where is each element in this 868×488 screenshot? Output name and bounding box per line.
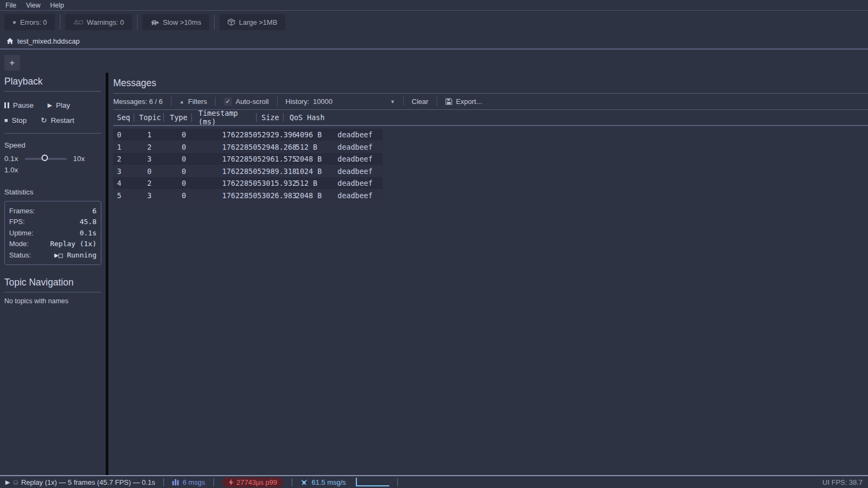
rate-sparkline <box>356 478 389 486</box>
top-toolbar: ● Errors: 0 ⚠□ Warnings: 0 Slow >10ms <box>0 11 868 33</box>
bar-chart-icon <box>172 479 179 485</box>
table-row[interactable]: 2 3 0 1762285052961.575 2048 B deadbeef <box>113 153 383 165</box>
column-header-size[interactable]: Size <box>257 113 283 122</box>
cell-hash: deadbeef <box>337 130 383 139</box>
filters-button[interactable]: ▲ Filters <box>180 97 207 106</box>
statistics-box: Frames: 6 FPS: 45.8 Uptime: 0.1s Mode: R… <box>4 201 101 265</box>
clear-label: Clear <box>412 97 429 106</box>
warnings-button[interactable]: ⚠□ Warnings: 0 <box>65 14 132 30</box>
cell-topic: 0 <box>147 167 182 176</box>
clear-button[interactable]: Clear <box>412 97 429 106</box>
cell-timestamp: 1762285052961.575 <box>222 155 290 163</box>
cell-timestamp: 1762285052989.318 <box>222 167 290 176</box>
statistics-title: Statistics <box>4 188 101 196</box>
speed-max-label: 10x <box>73 155 85 163</box>
export-button[interactable]: Export... <box>445 97 482 106</box>
large-label: Large >1MB <box>239 18 277 26</box>
play-label: Play <box>56 101 70 109</box>
menu-view[interactable]: View <box>26 2 40 9</box>
package-icon <box>228 18 235 26</box>
table-body: 0 1 0 1762285052929.396 4096 B deadbeef … <box>113 129 868 201</box>
warnings-label: Warnings: 0 <box>87 18 124 26</box>
lightning-icon <box>229 479 233 486</box>
cell-size: 2048 B <box>290 155 337 163</box>
cell-seq: 1 <box>113 143 147 151</box>
history-control: History: 10000 ▼ <box>286 97 395 106</box>
cell-topic: 2 <box>147 143 182 151</box>
add-tab-button[interactable]: + <box>4 55 20 71</box>
cell-size: 512 B <box>290 179 337 187</box>
stat-row: Mode: Replay (1x) <box>9 239 97 250</box>
table-header-underline <box>113 125 868 126</box>
table-row[interactable]: 1 2 0 1762285052948.268 512 B deadbeef <box>113 141 383 153</box>
column-header-type[interactable]: Type <box>164 113 191 122</box>
stop-label: Stop <box>12 116 27 124</box>
play-icon: ▶ <box>47 102 52 109</box>
table-row[interactable]: 0 1 0 1762285052929.396 4096 B deadbeef <box>113 129 383 141</box>
cell-size: 2048 B <box>290 191 337 200</box>
speed-slider-knob[interactable] <box>42 155 48 161</box>
errors-label: Errors: 0 <box>20 18 47 26</box>
speed-current-value: 1.0x <box>4 166 101 174</box>
floppy-disk-icon <box>445 98 452 105</box>
cell-type: 0 <box>182 155 222 163</box>
cell-timestamp: 1762285052929.396 <box>222 130 290 139</box>
column-header-qos-hash[interactable]: QoS Hash <box>284 113 325 122</box>
stat-row: Status: ▶□ Running <box>9 249 97 261</box>
latency-badge: 27743µs p99 <box>222 477 284 487</box>
cell-hash: deadbeef <box>337 179 383 187</box>
pause-label: Pause <box>13 101 33 109</box>
restart-icon: ↻ <box>40 116 47 124</box>
cell-seq: 3 <box>113 167 147 176</box>
toolbar-separator <box>277 97 278 106</box>
cell-size: 1024 B <box>290 167 337 176</box>
tab-label: test_mixed.hddscap <box>17 37 80 45</box>
toolbar-separator <box>214 15 215 30</box>
playback-title: Playback <box>4 76 101 87</box>
tab-active[interactable]: test_mixed.hddscap <box>4 37 82 45</box>
play-button[interactable]: ▶ Play <box>47 101 70 109</box>
autoscroll-checkbox[interactable]: ✓ Auto-scroll <box>224 97 268 106</box>
stat-label: Frames: <box>9 207 35 215</box>
new-tab-row: + <box>0 50 868 73</box>
column-header-timestamp[interactable]: Timestamp (ms) <box>192 109 256 126</box>
cell-seq: 2 <box>113 155 147 163</box>
rate-text: 61.5 msg/s <box>312 478 346 486</box>
menu-file[interactable]: File <box>5 2 16 9</box>
ui-fps-text: UI FPS: 38.7 <box>823 478 863 486</box>
history-dropdown[interactable]: 10000 ▼ <box>313 97 395 106</box>
cell-type: 0 <box>182 130 222 139</box>
toolbar-separator <box>60 15 60 30</box>
table-row[interactable]: 4 2 0 1762285053015.932 512 B deadbeef <box>113 177 383 189</box>
stop-button[interactable]: ■ Stop <box>4 116 26 124</box>
pause-button[interactable]: Pause <box>4 101 33 109</box>
messages-panel: Messages Messages: 6 / 6 ▲ Filters ✓ Aut… <box>108 73 868 475</box>
cell-hash: deadbeef <box>337 167 383 176</box>
toolbar-separator <box>437 97 437 106</box>
rate-status: 61.5 msg/s <box>300 478 346 486</box>
table-row[interactable]: 3 0 0 1762285052989.318 1024 B deadbeef <box>113 165 383 177</box>
stat-label: Status: <box>9 251 31 259</box>
errors-button[interactable]: ● Errors: 0 <box>4 14 55 30</box>
table-header: Seq Topic Type Timestamp (ms) Size QoS H… <box>113 110 868 125</box>
toolbar-separator <box>171 97 171 106</box>
stat-row: Frames: 6 <box>9 205 97 217</box>
cell-timestamp: 1762285053026.983 <box>222 191 290 200</box>
topic-navigation-title: Topic Navigation <box>4 277 101 288</box>
divider <box>4 91 101 92</box>
menu-help[interactable]: Help <box>50 2 64 9</box>
column-header-seq[interactable]: Seq <box>113 113 134 122</box>
slow-filter-button[interactable]: Slow >10ms <box>142 14 209 30</box>
table-row[interactable]: 5 3 0 1762285053026.983 2048 B deadbeef <box>113 190 383 201</box>
speed-min-label: 0.1x <box>4 155 18 163</box>
large-filter-button[interactable]: Large >1MB <box>219 14 285 30</box>
frame-state-icon: □ <box>13 479 17 485</box>
stat-value-status: ▶□ Running <box>54 251 97 259</box>
speed-slider[interactable] <box>25 158 67 160</box>
messages-count: Messages: 6 / 6 <box>113 97 163 106</box>
cell-timestamp: 1762285052948.268 <box>222 143 290 151</box>
speed-label: Speed <box>4 141 101 149</box>
filters-collapse-icon: ▲ <box>180 99 184 104</box>
restart-button[interactable]: ↻ Restart <box>40 116 74 124</box>
column-header-topic[interactable]: Topic <box>134 113 163 122</box>
